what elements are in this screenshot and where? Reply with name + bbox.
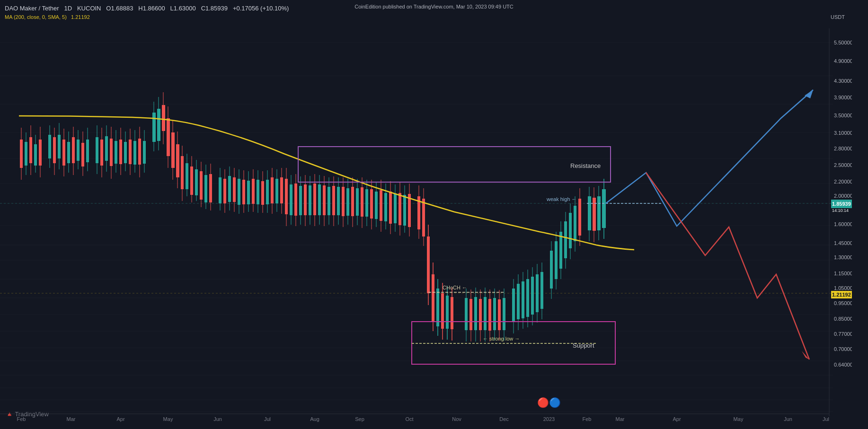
pair-info: DAO Maker / Tether 1D KUCOIN O1.68883 H1… xyxy=(5,4,289,21)
y-label-130: 1.30000 xyxy=(834,254,852,260)
y-label-350: 3.50000 xyxy=(834,113,852,118)
y-label-390: 3.90000 xyxy=(834,95,852,100)
top-bar: DAO Maker / Tether 1D KUCOIN O1.68883 H1… xyxy=(5,4,289,21)
y-label-250: 2.50000 xyxy=(834,162,852,168)
y-label-115: 1.15000 xyxy=(834,271,852,276)
x-label-feb23: Feb xyxy=(583,416,592,422)
x-label-apr22: Apr xyxy=(116,416,124,422)
y-label-160: 1.60000 xyxy=(834,221,852,227)
x-label-oct22: Oct xyxy=(405,416,413,422)
x-label-may22: May xyxy=(163,416,173,422)
y-label-310: 3.10000 xyxy=(834,130,852,136)
y-label-105: 1.05000 xyxy=(834,285,852,291)
candles-dec xyxy=(465,288,505,341)
publisher-text: CoinEdition published on TradingView.com… xyxy=(354,4,514,9)
resistance-text-svg: Resistance xyxy=(570,162,601,169)
y-label-280: 2.80000 xyxy=(834,146,852,151)
strong-low-text-svg: ← strong low → xyxy=(483,336,520,341)
choch-text-svg: CHoCH ← xyxy=(443,285,467,290)
high-label: H xyxy=(138,5,142,12)
x-label-jun23: Jun xyxy=(784,416,792,422)
y-label-490: 4.90000 xyxy=(834,58,852,64)
close-value: 1.85939 xyxy=(205,5,228,12)
x-label-mar22: Mar xyxy=(67,416,76,422)
x-label-2023: 2023 xyxy=(543,416,555,422)
y-label-085: 0.85000 xyxy=(834,316,852,322)
y-label-070: 0.70000 xyxy=(834,346,852,352)
x-label-apr23: Apr xyxy=(673,416,681,422)
x-label-may23: May xyxy=(734,416,744,422)
open-label: O xyxy=(106,5,111,12)
coin-edition-logo: 🔴🔵 xyxy=(537,397,561,408)
x-label-jul23: Jul xyxy=(823,416,829,422)
y-label-064: 0.64000 xyxy=(834,362,852,368)
y-label-430: 4.30000 xyxy=(834,78,852,84)
change-value: +0.17056 (+10.10%) xyxy=(233,5,289,12)
main-chart: Resistance Support CHoCH ← weak high ← ←… xyxy=(0,0,852,429)
x-label-aug22: Aug xyxy=(310,416,319,422)
ma-indicator-label: MA (200, close, 0, SMA, 5) xyxy=(5,14,67,20)
y-label-200: 2.00000 xyxy=(834,193,852,199)
current-price-time: 14:10:14 xyxy=(832,208,849,213)
x-label-nov22: Nov xyxy=(452,416,461,422)
y-label-077: 0.77000 xyxy=(834,331,852,337)
x-label-dec22: Dec xyxy=(499,416,509,422)
support-text-svg: Support xyxy=(573,342,594,349)
x-label-jun22: Jun xyxy=(213,416,222,422)
open-value: 1.68883 xyxy=(111,5,133,12)
x-label-mar23: Mar xyxy=(616,416,625,422)
x-label-sep22: Sep xyxy=(355,416,364,422)
chart-container: DAO Maker / Tether 1D KUCOIN O1.68883 H1… xyxy=(0,0,868,429)
ma-value: 1.21192 xyxy=(71,14,90,20)
low-value: 1.63000 xyxy=(174,5,196,12)
current-price-text: 1.85939 xyxy=(832,201,851,207)
high-value: 1.86600 xyxy=(143,5,165,12)
exchange-label: KUCOIN xyxy=(77,5,101,12)
pair-label: DAO Maker / Tether xyxy=(5,5,59,12)
usdt-label: USDT xyxy=(831,14,845,20)
ma-line-info: MA (200, close, 0, SMA, 5) 1.21192 xyxy=(5,13,289,21)
close-label: C xyxy=(201,5,205,12)
pair-name: DAO Maker / Tether 1D KUCOIN O1.68883 H1… xyxy=(5,4,289,13)
y-label-145: 1.45000 xyxy=(834,240,852,246)
low-label: L xyxy=(170,5,174,12)
x-label-jul22: Jul xyxy=(264,416,271,422)
y-label-095: 0.95000 xyxy=(834,300,852,306)
ma-price-text: 1.21192 xyxy=(832,292,851,298)
timeframe-label: 1D xyxy=(64,5,72,12)
y-label-550: 5.50000 xyxy=(834,40,852,45)
y-label-220: 2.20000 xyxy=(834,179,852,184)
publisher-info: CoinEdition published on TradingView.com… xyxy=(354,4,514,9)
weak-high-text-svg: weak high ← xyxy=(546,196,577,202)
